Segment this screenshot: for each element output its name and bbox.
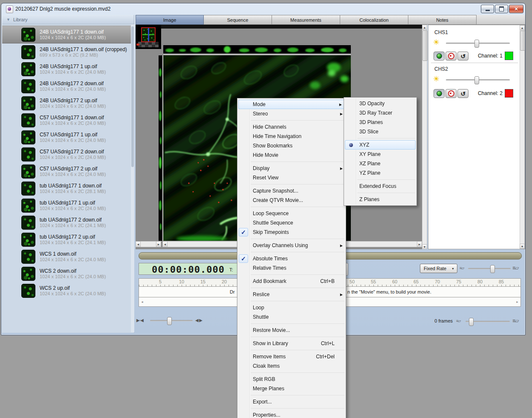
- menu-item[interactable]: Restore Movie...: [237, 326, 346, 335]
- panel-vertical-scrollbar[interactable]: [520, 25, 525, 249]
- library-item[interactable]: C57 UASdnlg177 1 up.oif 1024 x 1024 x 6 …: [2, 129, 131, 146]
- menu-item[interactable]: Hide Channels: [237, 122, 346, 132]
- scroll-right-icon[interactable]: ►: [417, 241, 422, 247]
- menu-item[interactable]: Split RGB: [237, 375, 346, 384]
- channel2-slider-thumb[interactable]: [474, 76, 479, 84]
- library-item[interactable]: 24B UASdnlg177 1 down.oif 1024 x 1024 x …: [2, 26, 131, 43]
- menu-item[interactable]: 3D Ray Tracer: [344, 108, 416, 118]
- scroll-left-icon[interactable]: ◄: [141, 300, 144, 303]
- menu-item[interactable]: Z Planes: [344, 195, 416, 204]
- step-back-icon[interactable]: ▶▫◀: [136, 318, 143, 323]
- library-item[interactable]: WCS 2 down.oif 1024 x 1024 x 6 x 2C (24.…: [2, 265, 131, 282]
- library-item[interactable]: C57 UASdnlg177 2 down.oif 1024 x 1024 x …: [2, 146, 131, 163]
- menu-item[interactable]: Display ▶: [237, 164, 346, 173]
- menu-item[interactable]: XYZ: [345, 140, 416, 150]
- tab-notes[interactable]: Notes: [408, 15, 477, 25]
- minimize-button[interactable]: [481, 5, 494, 13]
- menu-separator: [251, 207, 344, 207]
- menu-item[interactable]: Cloak Items: [237, 361, 346, 371]
- scroll-up-icon[interactable]: ▲: [422, 25, 427, 30]
- menu-item[interactable]: Reset View: [237, 173, 346, 182]
- scroll-left-icon[interactable]: ◄: [162, 241, 168, 247]
- file-thumbnail: [21, 233, 35, 247]
- radio-icon: [349, 143, 353, 147]
- scroll-left-icon[interactable]: ◄: [136, 241, 141, 247]
- menu-item[interactable]: Create QTVR Movie...: [237, 196, 346, 205]
- library-header[interactable]: ▼ Library: [2, 15, 134, 24]
- menu-item[interactable]: Capture Snapshot...: [237, 186, 346, 196]
- menu-item[interactable]: 3D Opacity: [344, 99, 416, 108]
- tab-colocalization[interactable]: Colocalization: [340, 15, 408, 25]
- menu-item[interactable]: Show Bookmarks: [237, 141, 346, 150]
- library-item[interactable]: C57 UASdnlg177 2 up.oif 1024 x 1024 x 6 …: [2, 163, 131, 180]
- menu-item-label: Skip Timepoints: [253, 229, 333, 235]
- rate-slider[interactable]: [468, 268, 511, 269]
- menu-item[interactable]: Add Bookmark Ctrl+B: [237, 277, 346, 286]
- navigator-thumbnail[interactable]: [136, 25, 161, 49]
- maximize-button[interactable]: [495, 5, 508, 13]
- rate-slider-thumb[interactable]: [490, 265, 495, 273]
- menu-item[interactable]: Show in Library Ctrl+L: [237, 339, 346, 348]
- close-button[interactable]: ✕: [509, 5, 523, 13]
- library-item[interactable]: 24B UASdnlg177 1 up.oif 1024 x 1024 x 6 …: [2, 61, 131, 78]
- menu-item[interactable]: 3D Planes: [344, 118, 416, 127]
- menu-item[interactable]: Loop Sequence: [237, 209, 346, 218]
- library-item[interactable]: WCS 1 down.oif 1024 x 1024 x 6 x 2C (24.…: [2, 248, 131, 265]
- xz-slice-view[interactable]: [163, 45, 351, 55]
- menu-item[interactable]: Mode ▶: [238, 100, 345, 109]
- channel1-visible-button[interactable]: [434, 52, 445, 61]
- library-item[interactable]: tub UASdnlg177 2 up.oif 1024 x 1024 x 6 …: [2, 231, 131, 248]
- menu-item[interactable]: Shuttle: [237, 312, 346, 322]
- menu-item[interactable]: Loop: [237, 303, 346, 312]
- scroll-down-icon[interactable]: ▼: [422, 244, 427, 249]
- menu-item[interactable]: ✓ Skip Timepoints: [237, 228, 346, 237]
- menu-item[interactable]: XY Plane: [344, 150, 416, 159]
- channel2-color-swatch[interactable]: [505, 89, 513, 98]
- panel-vscroll-thumb[interactable]: [520, 31, 525, 51]
- step-forward-icon[interactable]: ◀▫▶: [195, 318, 202, 323]
- channel1-color-swatch[interactable]: [505, 52, 513, 60]
- menu-item[interactable]: Shuttle Sequence: [237, 218, 346, 228]
- channel1-record-button[interactable]: [445, 52, 457, 61]
- channel1-slider-thumb[interactable]: [474, 40, 479, 48]
- menu-item[interactable]: XZ Plane: [344, 159, 416, 168]
- menu-item-label: Stereo: [253, 111, 333, 117]
- scroll-down-icon[interactable]: ▼: [520, 244, 525, 249]
- library-item[interactable]: WCS 2 up.oif 1024 x 1024 x 6 x 2C (24.0 …: [2, 282, 131, 299]
- tab-sequence[interactable]: Sequence: [204, 15, 272, 25]
- channel2-visible-button[interactable]: [434, 89, 445, 98]
- menu-item[interactable]: Hide Movie: [237, 150, 346, 160]
- viewer-vscroll-thumb[interactable]: [422, 30, 428, 61]
- rate-selector-dropdown[interactable]: Fixed Rate ▼: [420, 264, 457, 273]
- menu-item[interactable]: Stereo ▶: [237, 109, 346, 118]
- scroll-right-icon[interactable]: ►: [156, 241, 161, 247]
- menu-item[interactable]: Extended Focus: [344, 182, 416, 191]
- playback-speed-thumb[interactable]: [167, 317, 172, 325]
- library-item[interactable]: C57 UASdnlg177 1 down.oif 1024 x 1024 x …: [2, 112, 131, 129]
- library-item[interactable]: tub UASdnlg177 2 down.oif 1024 x 1024 x …: [2, 214, 131, 231]
- library-item[interactable]: tub UASdnlg177 1 down.oif 1024 x 1024 x …: [2, 180, 131, 197]
- channel2-record-button[interactable]: [445, 89, 457, 98]
- menu-item[interactable]: Overlay Channels Using ▶: [237, 241, 346, 250]
- menu-item[interactable]: YZ Plane: [344, 168, 416, 178]
- library-scrollbar-thumb[interactable]: [131, 26, 134, 167]
- menu-item[interactable]: ✓ Absolute Times: [237, 254, 346, 263]
- menu-item[interactable]: Relative Times: [237, 263, 346, 273]
- tab-image[interactable]: Image: [136, 15, 204, 25]
- menu-item[interactable]: Hide Time Navigation: [237, 132, 346, 141]
- menu-item[interactable]: Properties...: [237, 410, 346, 418]
- menu-item[interactable]: Merge Planes: [237, 384, 346, 393]
- menu-item[interactable]: 3D Slice: [344, 127, 416, 136]
- library-item[interactable]: 24B UASdnlg177 1 down.oif (cropped) 699 …: [2, 43, 131, 61]
- menu-item[interactable]: Export...: [237, 397, 346, 406]
- library-item[interactable]: tub UASdnlg177 1 up.oif 1024 x 1024 x 6 …: [2, 197, 131, 214]
- library-item[interactable]: 24B UASdnlg177 2 up.oif 1024 x 1024 x 6 …: [2, 95, 131, 112]
- scroll-up-icon[interactable]: ▲: [520, 25, 525, 30]
- tab-measurements[interactable]: Measurements: [272, 15, 340, 25]
- yz-slice-view[interactable]: [159, 55, 163, 241]
- menu-item[interactable]: Reslice ▶: [237, 290, 346, 299]
- menu-item[interactable]: Remove Items Ctrl+Del: [237, 352, 346, 361]
- library-item[interactable]: 24B UASdnlg177 2 down.oif 1024 x 1024 x …: [2, 78, 131, 95]
- frames-slider-thumb[interactable]: [469, 318, 474, 326]
- scroll-right-icon[interactable]: ►: [516, 300, 519, 303]
